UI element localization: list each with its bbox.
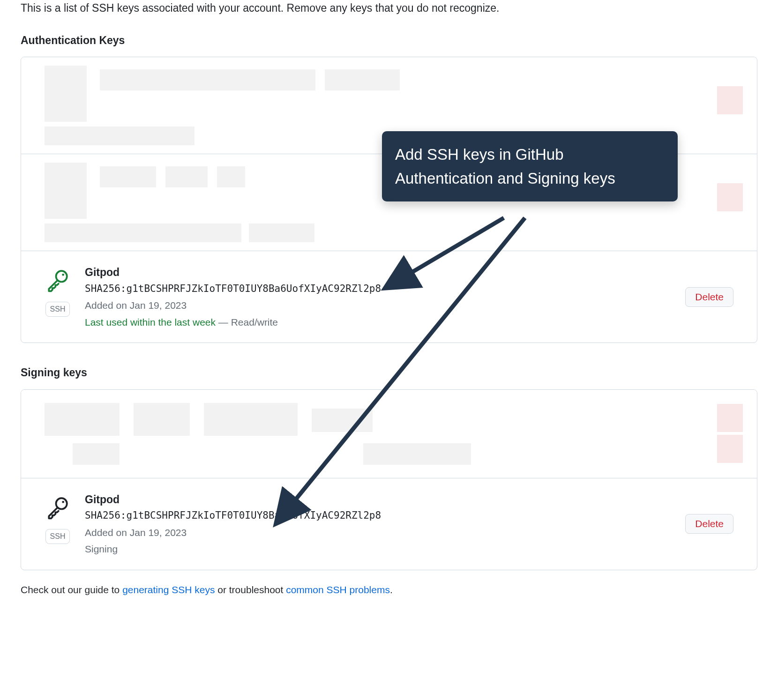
key-fingerprint: SHA256:g1tBCSHPRFJZkIoTF0T0IUY8Ba6UofXIy…: [85, 282, 671, 297]
signing-keys-heading: Signing keys: [21, 365, 757, 381]
auth-keys-heading: Authentication Keys: [21, 32, 757, 49]
key-title: Gitpod: [85, 491, 671, 508]
annotation-callout: Add SSH keys in GitHub Authentication an…: [382, 131, 678, 201]
auth-key-row: SSH Gitpod SHA256:g1tBCSHPRFJZkIoTF0T0IU…: [21, 251, 757, 343]
intro-text: This is a list of SSH keys associated wi…: [21, 0, 757, 16]
delete-button[interactable]: Delete: [685, 287, 733, 307]
ssh-badge: SSH: [45, 529, 70, 544]
common-ssh-problems-link[interactable]: common SSH problems: [286, 584, 390, 595]
key-access: Read/write: [231, 317, 278, 328]
key-added: Added on Jan 19, 2023: [85, 298, 671, 313]
signing-key-placeholder: [21, 390, 757, 478]
key-icon: [45, 267, 71, 293]
signing-key-row: SSH Gitpod SHA256:g1tBCSHPRFJZkIoTF0T0IU…: [21, 478, 757, 570]
key-usage: Signing: [85, 542, 671, 557]
key-title: Gitpod: [85, 264, 671, 281]
key-usage: Last used within the last week — Read/wr…: [85, 315, 671, 330]
generating-ssh-keys-link[interactable]: generating SSH keys: [122, 584, 215, 595]
signing-keys-box: SSH Gitpod SHA256:g1tBCSHPRFJZkIoTF0T0IU…: [21, 389, 757, 570]
key-icon: [45, 494, 71, 521]
delete-button[interactable]: Delete: [685, 514, 733, 534]
key-added: Added on Jan 19, 2023: [85, 525, 671, 540]
footer-text: Check out our guide to generating SSH ke…: [21, 582, 757, 597]
key-fingerprint: SHA256:g1tBCSHPRFJZkIoTF0T0IUY8Ba6UofXIy…: [85, 508, 671, 523]
key-last-used: Last used within the last week: [85, 317, 216, 328]
ssh-badge: SSH: [45, 302, 70, 317]
svg-point-1: [62, 274, 64, 276]
svg-point-3: [62, 501, 64, 503]
